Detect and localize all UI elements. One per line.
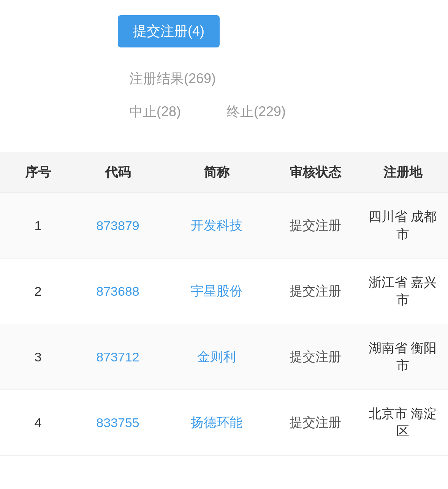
section-divider <box>0 148 448 148</box>
table-row[interactable]: 4 833755 扬德环能 提交注册 北京市 海淀区 <box>0 390 448 456</box>
header-status: 审核状态 <box>266 164 365 181</box>
header-index: 序号 <box>8 164 68 181</box>
cell-status-4: 提交注册 <box>266 405 365 440</box>
cell-index-3: 3 <box>8 339 68 374</box>
cell-status-1: 提交注册 <box>266 208 365 243</box>
inactive-tab-result[interactable]: 注册结果(269) <box>129 63 437 95</box>
header-location: 注册地 <box>365 164 440 181</box>
cell-location-4: 北京市 海淀区 <box>365 405 440 440</box>
header-code: 代码 <box>68 164 167 181</box>
cell-index-2: 2 <box>8 274 68 309</box>
cell-index-1: 1 <box>8 208 68 243</box>
header-name: 简称 <box>167 164 266 181</box>
cell-name-1[interactable]: 开发科技 <box>167 208 266 243</box>
active-tab-submit[interactable]: 提交注册(4) <box>118 15 220 47</box>
table-header-row: 序号 代码 简称 审核状态 注册地 <box>0 152 448 193</box>
cell-index-4: 4 <box>8 405 68 440</box>
cell-code-1[interactable]: 873879 <box>68 208 167 243</box>
cell-name-4[interactable]: 扬德环能 <box>167 405 266 440</box>
data-table: 序号 代码 简称 审核状态 注册地 1 873879 开发科技 提交注册 四川省… <box>0 152 448 456</box>
table-row[interactable]: 3 873712 金则利 提交注册 湖南省 衡阳市 <box>0 324 448 390</box>
cell-location-2: 浙江省 嘉兴市 <box>365 274 440 309</box>
cell-name-3[interactable]: 金则利 <box>167 339 266 374</box>
cell-status-3: 提交注册 <box>266 339 365 374</box>
sub-tab-suspended[interactable]: 中止(28) <box>129 103 181 121</box>
cell-code-3[interactable]: 873712 <box>68 339 167 374</box>
table-row[interactable]: 2 873688 宇星股份 提交注册 浙江省 嘉兴市 <box>0 259 448 324</box>
cell-code-2[interactable]: 873688 <box>68 274 167 309</box>
cell-name-2[interactable]: 宇星股份 <box>167 274 266 309</box>
cell-status-2: 提交注册 <box>266 274 365 309</box>
sub-tab-terminated[interactable]: 终止(229) <box>226 103 286 121</box>
cell-code-4[interactable]: 833755 <box>68 405 167 440</box>
cell-location-1: 四川省 成都市 <box>365 208 440 243</box>
table-row[interactable]: 1 873879 开发科技 提交注册 四川省 成都市 <box>0 193 448 259</box>
cell-location-3: 湖南省 衡阳市 <box>365 339 440 374</box>
